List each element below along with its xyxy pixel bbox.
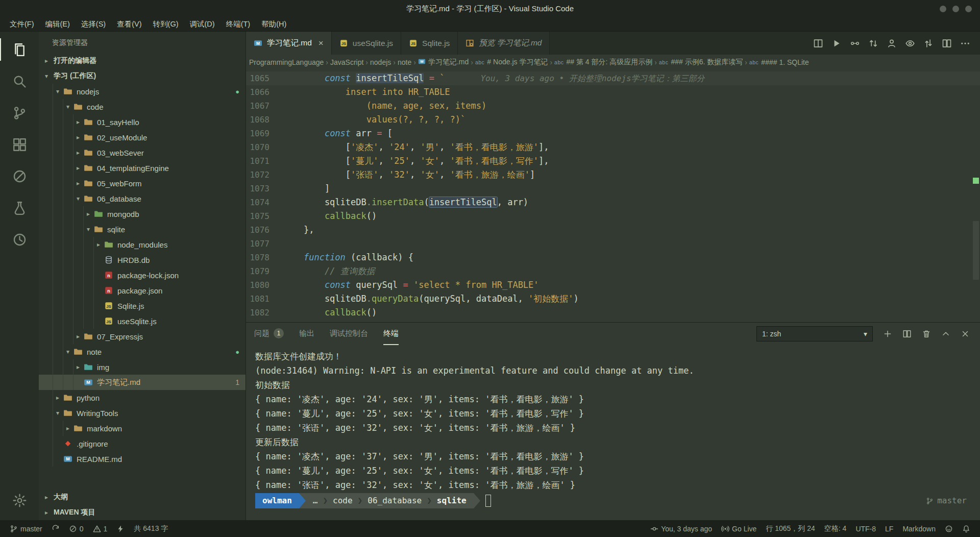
- tree-folder-05_webForm[interactable]: ▸05_webForm: [39, 176, 246, 191]
- tree-folder-nodejs[interactable]: ▾nodejs●: [39, 84, 246, 99]
- tree-folder-markdown[interactable]: ▸markdown: [39, 421, 246, 436]
- maximize-panel-icon[interactable]: [940, 328, 951, 339]
- source-control-icon[interactable]: [0, 97, 39, 129]
- menubar-item[interactable]: 文件(F): [4, 17, 40, 31]
- tree-folder-WritingTools[interactable]: ▾WritingTools: [39, 405, 246, 421]
- maven-section[interactable]: ▸ MAVEN 项目: [39, 505, 246, 520]
- terminal[interactable]: 数据库文件创建成功！(node:31464) Warning: N-API is…: [246, 345, 980, 520]
- panel-tab-终端[interactable]: 终端: [383, 323, 399, 345]
- tree-folder-code[interactable]: ▾code: [39, 99, 246, 114]
- tree-folder-note[interactable]: ▾note●: [39, 344, 246, 359]
- panel-tab-输出[interactable]: 输出: [299, 323, 314, 345]
- breadcrumb-item[interactable]: M学习笔记.md: [418, 58, 469, 67]
- js-file-icon: JS: [104, 316, 114, 326]
- circle-slash-icon[interactable]: [0, 160, 39, 192]
- outline-section[interactable]: ▸ 大纲: [39, 490, 246, 505]
- tree-file-README.md[interactable]: MREADME.md: [39, 451, 246, 467]
- history-icon[interactable]: [0, 224, 39, 255]
- breadcrumb-item[interactable]: abc# Node.js 学习笔记: [475, 58, 548, 67]
- statusbar-encoding[interactable]: UTF-8: [851, 520, 880, 537]
- panel-tab-问题[interactable]: 问题1: [254, 323, 284, 345]
- breadcrumb-item[interactable]: abc### 示例6. 数据库读写: [659, 58, 743, 67]
- menubar-item[interactable]: 查看(V): [111, 17, 147, 31]
- workspace-section[interactable]: ▾ 学习 (工作区): [39, 68, 246, 84]
- breadcrumb-item[interactable]: abc## 第 4 部分: 高级应用示例: [554, 58, 652, 67]
- tree-folder-sqlite[interactable]: ▾sqlite: [39, 222, 246, 237]
- open-changes-icon[interactable]: [847, 36, 863, 51]
- window-minimize-button[interactable]: [940, 6, 946, 12]
- editor-scrollbar[interactable]: [973, 221, 979, 280]
- tree-file-HRDB.db[interactable]: HRDB.db: [39, 252, 246, 267]
- window-maximize-button[interactable]: [952, 6, 959, 12]
- code-editor[interactable]: 1065 const insertTileSql = `You, 3 days …: [246, 69, 980, 322]
- statusbar-power[interactable]: [112, 520, 129, 537]
- tree-folder-img[interactable]: ▸img: [39, 359, 246, 375]
- terminal-select[interactable]: 1: zsh ▾: [756, 326, 873, 341]
- split-terminal-icon[interactable]: [901, 328, 913, 339]
- menubar-item[interactable]: 转到(G): [148, 17, 184, 31]
- split-editor-icon[interactable]: [939, 36, 954, 51]
- tab-学习笔记.md[interactable]: M学习笔记.md×: [246, 32, 332, 55]
- tree-file-学习笔记.md[interactable]: M学习笔记.md1: [39, 375, 246, 390]
- tab-预览 学习笔记.md[interactable]: 预览 学习笔记.md: [458, 32, 550, 55]
- run-code-icon[interactable]: [829, 36, 844, 51]
- explorer-icon[interactable]: [0, 34, 39, 65]
- statusbar-git-branch[interactable]: master: [5, 520, 47, 537]
- menubar-item[interactable]: 选择(S): [76, 17, 111, 31]
- breadcrumb-item[interactable]: JavaScript: [330, 58, 363, 66]
- search-icon[interactable]: [0, 65, 39, 97]
- live-share-icon[interactable]: [884, 36, 899, 51]
- extensions-icon[interactable]: [0, 129, 39, 160]
- statusbar-go-live[interactable]: Go Live: [717, 520, 761, 537]
- tree-folder-01_sayHello[interactable]: ▸01_sayHello: [39, 114, 246, 130]
- close-icon[interactable]: ×: [318, 38, 324, 48]
- statusbar-word-count[interactable]: 共 6413 字: [129, 520, 173, 537]
- kill-terminal-icon[interactable]: [921, 328, 932, 339]
- breadcrumb-item[interactable]: abc#### 1. SQLite: [749, 58, 809, 66]
- window-close-button[interactable]: [965, 6, 972, 12]
- statusbar-feedback[interactable]: [940, 520, 958, 537]
- menubar-item[interactable]: 终端(T): [220, 17, 256, 31]
- tree-folder-node_modules[interactable]: ▸node_modules: [39, 237, 246, 252]
- tree-folder-02_useModule[interactable]: ▸02_useModule: [39, 130, 246, 145]
- settings-gear-icon[interactable]: [0, 484, 39, 516]
- tab-useSqlite.js[interactable]: JSuseSqlite.js: [332, 32, 401, 55]
- tab-Sqlite.js[interactable]: JSSqlite.js: [401, 32, 458, 55]
- statusbar-notifications[interactable]: [958, 520, 975, 537]
- breadcrumb-item[interactable]: ProgrammingLanguage: [249, 58, 324, 66]
- menubar-item[interactable]: 帮助(H): [256, 17, 292, 31]
- more-actions-icon[interactable]: [958, 36, 973, 51]
- tree-folder-06_database[interactable]: ▾06_database: [39, 191, 246, 206]
- statusbar-warnings[interactable]: 1: [88, 520, 112, 537]
- tree-folder-mongodb[interactable]: ▸mongodb: [39, 206, 246, 222]
- tree-folder-07_Expressjs[interactable]: ▸07_Expressjs: [39, 329, 246, 344]
- tree-folder-04_templatingEngine[interactable]: ▸04_templatingEngine: [39, 160, 246, 176]
- statusbar-sync[interactable]: [47, 520, 64, 537]
- tree-folder-python[interactable]: ▸python: [39, 390, 246, 405]
- toggle-preview-icon[interactable]: [902, 36, 918, 51]
- breadcrumb-item[interactable]: note: [398, 58, 411, 66]
- tree-file-package-lock.json[interactable]: npackage-lock.json: [39, 267, 246, 283]
- open-preview-side-icon[interactable]: [811, 36, 826, 51]
- git-sync-icon[interactable]: [866, 36, 881, 51]
- tree-folder-03_webSever[interactable]: ▸03_webSever: [39, 145, 246, 160]
- close-panel-icon[interactable]: [960, 328, 971, 339]
- tree-file-Sqlite.js[interactable]: JSSqlite.js: [39, 298, 246, 313]
- open-editors-section[interactable]: ▸ 打开的编辑器: [39, 53, 246, 68]
- menubar-item[interactable]: 编辑(E): [40, 17, 76, 31]
- statusbar-gitlens-blame[interactable]: You, 3 days ago: [646, 520, 717, 537]
- statusbar-language-mode[interactable]: Markdown: [898, 520, 940, 537]
- statusbar-cursor-position[interactable]: 行 1065，列 24: [761, 520, 820, 537]
- panel-tab-调试控制台[interactable]: 调试控制台: [330, 323, 368, 345]
- tree-file-useSqlite.js[interactable]: JSuseSqlite.js: [39, 313, 246, 329]
- flask-icon[interactable]: [0, 192, 39, 224]
- breadcrumb-item[interactable]: nodejs: [370, 58, 391, 66]
- statusbar-errors[interactable]: 0: [64, 520, 88, 537]
- statusbar-indentation[interactable]: 空格: 4: [820, 520, 851, 537]
- tree-file-.gitignore[interactable]: .gitignore: [39, 436, 246, 451]
- tree-file-package.json[interactable]: npackage.json: [39, 283, 246, 298]
- new-terminal-icon[interactable]: [882, 328, 893, 339]
- git-compare-icon[interactable]: [921, 36, 936, 51]
- menubar-item[interactable]: 调试(D): [184, 17, 220, 31]
- statusbar-eol[interactable]: LF: [880, 520, 898, 537]
